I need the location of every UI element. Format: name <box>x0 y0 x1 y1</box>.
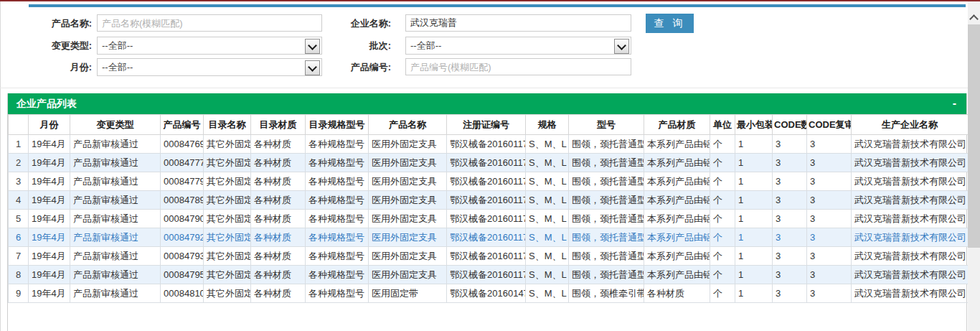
batch-select[interactable]: --全部-- <box>405 37 631 55</box>
table-cell: 1 <box>735 135 773 154</box>
table-cell: 各种材质 <box>251 228 306 247</box>
table-cell: 19年4月 <box>29 284 70 303</box>
table-cell: 3 <box>807 191 852 210</box>
table-row[interactable]: 319年4月产品新审核通过00084779其它外固定各种材质各种规格型号医用外固… <box>9 172 969 191</box>
table-cell: 本系列产品由铝合金 <box>644 247 710 266</box>
table-cell: 4 <box>9 191 29 210</box>
table-cell: 7 <box>9 247 29 266</box>
table-cell: 其它外固定 <box>204 284 251 303</box>
table-row[interactable]: 619年4月产品新审核通过00084792其它外固定各种材质各种规格型号医用外固… <box>9 228 969 247</box>
table-cell: 19年4月 <box>29 210 70 228</box>
col-header-month: 月份 <box>29 115 70 135</box>
product-code-label: 产品编号: <box>314 58 391 76</box>
table-row[interactable]: 919年4月产品新审核通过00084810其它外固定各种材质各种规格型号医用固定… <box>9 284 969 303</box>
scroll-up-arrow-icon[interactable] <box>968 10 980 24</box>
table-cell: 产品新审核通过 <box>70 154 161 172</box>
table-cell: 其它外固定 <box>204 210 251 228</box>
table-cell: 各种规格型号 <box>306 284 369 303</box>
table-cell: 产品新审核通过 <box>70 135 161 154</box>
table-cell: 鄂汉械备20160147 <box>447 284 526 303</box>
table-cell: 产品新审核通过 <box>70 228 161 247</box>
table-cell: 19年4月 <box>29 154 70 172</box>
table-row[interactable]: 719年4月产品新审核通过00084793其它外固定各种材质各种规格型号医用外固… <box>9 247 969 266</box>
col-header-unit: 单位 <box>710 115 735 135</box>
scrollbar-thumb[interactable] <box>968 24 980 248</box>
table-cell: 3 <box>807 228 852 247</box>
table-cell: 各种规格型号 <box>306 266 369 284</box>
table-cell: 本系列产品由铝合金 <box>644 210 710 228</box>
table-cell: 3 <box>773 266 807 284</box>
table-cell: S、M、L <box>526 266 569 284</box>
table-cell: 00084777 <box>161 154 204 172</box>
col-header-catalog-name: 目录名称 <box>204 115 251 135</box>
table-cell: S、M、L <box>526 135 569 154</box>
table-cell: 武汉克瑞普新技术有限公司 <box>852 172 969 191</box>
table-cell: 武汉克瑞普新技术有限公司 <box>852 191 969 210</box>
table-row[interactable]: 519年4月产品新审核通过00084790其它外固定各种材质各种规格型号医用外固… <box>9 210 969 228</box>
table-cell: 武汉克瑞普新技术有限公司 <box>852 135 969 154</box>
col-header-manufacturer: 生产企业名称 <box>852 115 969 135</box>
table-cell: 鄂汉械备20160117 <box>447 154 526 172</box>
table-cell: 个 <box>710 191 735 210</box>
table-cell: 各种材质 <box>251 284 306 303</box>
col-header-model: 型号 <box>569 115 644 135</box>
table-cell: 医用外固定支具 <box>369 210 447 228</box>
table-row[interactable]: 219年4月产品新审核通过00084777其它外固定各种材质各种规格型号医用外固… <box>9 154 969 172</box>
collapse-panel-button[interactable]: - <box>953 93 956 113</box>
table-cell: S、M、L <box>526 191 569 210</box>
table-cell: 1 <box>735 172 773 191</box>
table-cell: 19年4月 <box>29 191 70 210</box>
table-cell: 各种材质 <box>251 135 306 154</box>
table-row[interactable]: 819年4月产品新审核通过00084795其它外固定各种材质各种规格型号医用外固… <box>9 266 969 284</box>
table-cell: 19年4月 <box>29 266 70 284</box>
table-cell: 本系列产品由铝合金 <box>644 135 710 154</box>
table-cell: 各种规格型号 <box>306 210 369 228</box>
batch-label: 批次: <box>314 37 391 55</box>
table-cell: 产品新审核通过 <box>70 284 161 303</box>
batch-selected-value: --全部-- <box>410 40 441 51</box>
table-cell: 1 <box>735 210 773 228</box>
vertical-scrollbar[interactable] <box>968 1 980 331</box>
table-cell: 武汉克瑞普新技术有限公司 <box>852 228 969 247</box>
table-row[interactable]: 419年4月产品新审核通过00084789其它外固定各种材质各种规格型号医用外固… <box>9 191 969 210</box>
col-header-catalog-material: 目录材质 <box>251 115 306 135</box>
table-cell: 鄂汉械备20160117 <box>447 247 526 266</box>
search-button[interactable]: 查 询 <box>646 14 694 33</box>
table-header-row: 月份 变更类型 产品编号 目录名称 目录材质 目录规格型号 产品名称 注册证编号… <box>9 115 969 135</box>
table-row[interactable]: 119年4月产品新审核通过00084769其它外固定各种材质各种规格型号医用外固… <box>9 135 969 154</box>
panel-title: 企业产品列表 <box>17 98 77 109</box>
table-cell: 1 <box>735 191 773 210</box>
table-cell: 个 <box>710 266 735 284</box>
table-cell: 3 <box>807 154 852 172</box>
table-cell: 个 <box>710 284 735 303</box>
table-cell: 本系列产品由铝合金 <box>644 172 710 191</box>
table-cell: 个 <box>710 228 735 247</box>
company-name-input[interactable] <box>405 14 631 32</box>
col-header-change-type: 变更类型 <box>70 115 161 135</box>
table-cell: 其它外固定 <box>204 135 251 154</box>
month-selected-value: --全部-- <box>102 62 133 73</box>
table-cell: 3 <box>773 154 807 172</box>
table-cell: 武汉克瑞普新技术有限公司 <box>852 154 969 172</box>
table-cell: 其它外固定 <box>204 154 251 172</box>
change-type-select[interactable]: --全部-- <box>97 37 322 55</box>
table-cell: 医用外固定支具 <box>369 172 447 191</box>
chevron-down-icon[interactable] <box>614 39 629 54</box>
table-cell: 鄂汉械备20160117 <box>447 135 526 154</box>
month-select[interactable]: --全部-- <box>97 58 322 76</box>
col-header-rownum <box>9 115 29 135</box>
product-code-input[interactable] <box>405 58 631 75</box>
col-header-product-name: 产品名称 <box>369 115 447 135</box>
table-cell: 本系列产品由铝合金 <box>644 228 710 247</box>
table-cell: 各种规格型号 <box>306 135 369 154</box>
product-table-body: 119年4月产品新审核通过00084769其它外固定各种材质各种规格型号医用外固… <box>9 135 969 303</box>
table-cell: 其它外固定 <box>204 228 251 247</box>
table-cell: 鄂汉械备20160117 <box>447 191 526 210</box>
table-cell: 各种材质 <box>251 210 306 228</box>
table-cell: S、M、L <box>526 154 569 172</box>
table-cell: 围领，颈椎牵引带 <box>569 284 644 303</box>
table-cell: 个 <box>710 154 735 172</box>
product-name-input[interactable] <box>97 14 322 32</box>
table-cell: 本系列产品由铝合金 <box>644 191 710 210</box>
table-cell: 各种材质 <box>251 154 306 172</box>
